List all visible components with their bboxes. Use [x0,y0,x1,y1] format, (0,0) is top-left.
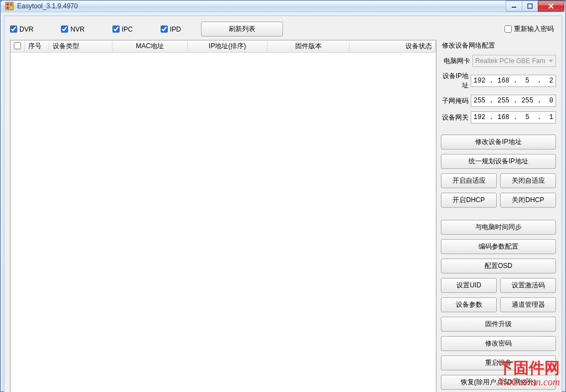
mask-input[interactable]: 255 . 255 . 255 . 0 [471,95,556,107]
fw-upgrade-button[interactable]: 固件升级 [441,317,556,332]
svg-rect-4 [10,7,12,9]
reenter-password-checkbox[interactable] [505,25,512,33]
window-title: Easytool_3.1.9.4970 [17,2,78,10]
time-sync-button[interactable]: 与电脑时间同步 [441,220,556,235]
filter-ipd-checkbox[interactable] [161,25,168,33]
column-ip[interactable]: IP地址(排序) [188,42,267,51]
nic-select[interactable]: Realtek PCIe GBE Fam [472,55,556,67]
device-param-button[interactable]: 设备参数 [441,297,497,312]
table-header: 序号 设备类型 MAC地址 IP地址(排序) 固件版本 设备状态 [11,40,436,53]
osd-button[interactable]: 配置OSD [441,259,556,274]
channel-manager-button[interactable]: 通道管理器 [500,297,556,312]
column-status[interactable]: 设备状态 [349,42,436,51]
auto-off-button[interactable]: 关闭自适应 [500,173,556,188]
plan-ip-button[interactable]: 统一规划设备IP地址 [441,154,556,169]
close-button[interactable] [538,1,564,12]
gw-input[interactable]: 192 . 168 . 5 . 1 [471,111,556,123]
refresh-list-button[interactable]: 刷新列表 [201,22,283,37]
column-fw[interactable]: 固件版本 [267,42,349,51]
reboot-button[interactable]: 重启设备 [441,355,556,370]
set-uid-button[interactable]: 设置UID [441,278,497,293]
content-area: DVR NVR IPC IPD 刷新列表 重新输入密码 序号 设备类型 MAC地… [4,16,562,392]
filter-dvr[interactable]: DVR [10,25,33,33]
select-all-checkbox[interactable] [14,42,21,49]
nic-label: 电脑网卡 [441,56,472,66]
ip-input[interactable]: 192 . 168 . 5 . 2 [471,75,556,87]
minimize-button[interactable] [506,1,522,12]
svg-rect-6 [528,4,532,8]
dhcp-off-button[interactable]: 关闭DHCP [500,193,556,208]
change-password-button[interactable]: 修改密码 [441,336,556,351]
app-window: Easytool_3.1.9.4970 DVR NVR IPC IPD 刷新列表… [0,0,566,392]
svg-rect-2 [10,3,12,6]
maximize-button[interactable] [522,1,538,12]
ip-label: 设备IP地址 [441,71,471,90]
svg-rect-1 [7,3,9,6]
filter-dvr-checkbox[interactable] [10,25,17,33]
restore-except-button[interactable]: 恢复(除用户,OSD,网络外) [441,375,556,390]
table-body[interactable] [11,53,436,392]
app-icon [5,2,14,11]
column-type[interactable]: 设备类型 [49,42,112,51]
filter-row: DVR NVR IPC IPD 刷新列表 重新输入密码 [4,16,562,40]
modify-ip-button[interactable]: 修改设备IP地址 [441,135,556,149]
dhcp-on-button[interactable]: 开启DHCP [441,193,497,208]
filter-ipc-checkbox[interactable] [112,25,120,33]
side-panel: 修改设备网络配置 电脑网卡 Realtek PCIe GBE Fam 设备IP地… [441,40,556,392]
filter-nvr-checkbox[interactable] [61,25,68,33]
filter-ipc[interactable]: IPC [112,25,133,33]
column-mac[interactable]: MAC地址 [112,42,188,51]
encode-param-button[interactable]: 编码参数配置 [441,239,556,254]
mask-label: 子网掩码 [441,96,471,106]
gw-label: 设备网关 [441,113,471,122]
filter-nvr[interactable]: NVR [61,25,84,33]
set-activation-button[interactable]: 设置激活码 [500,278,556,293]
side-title: 修改设备网络配置 [441,40,556,50]
svg-rect-3 [7,7,9,9]
reenter-password[interactable]: 重新输入密码 [505,24,554,34]
title-bar: Easytool_3.1.9.4970 [1,1,565,12]
column-seq[interactable]: 序号 [25,42,49,51]
auto-on-button[interactable]: 开启自适应 [441,173,497,188]
device-table: 序号 设备类型 MAC地址 IP地址(排序) 固件版本 设备状态 [10,40,436,392]
filter-ipd[interactable]: IPD [161,25,181,33]
